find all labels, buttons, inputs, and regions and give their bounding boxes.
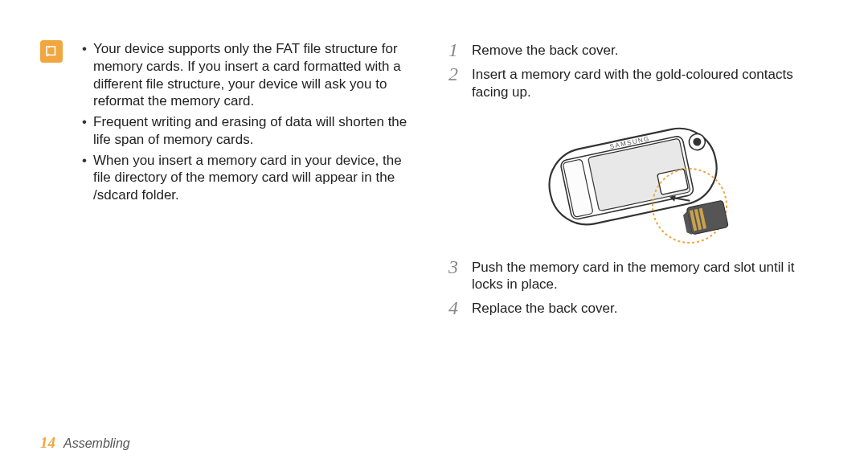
note-item: When you insert a memory card in your de… [82, 152, 422, 204]
note-item: Your device supports only the FAT file s… [82, 40, 422, 110]
steps-list: 1 Remove the back cover. 2 Insert a memo… [446, 40, 828, 101]
step-3: 3 Push the memory card in the memory car… [446, 257, 828, 294]
page-footer: 14 Assembling [40, 434, 130, 452]
note-icon [40, 40, 63, 63]
left-column: Your device supports only the FAT file s… [40, 40, 422, 317]
step-text: Insert a memory card with the gold-colou… [472, 64, 828, 101]
step-number: 4 [446, 298, 461, 317]
steps-list-cont: 3 Push the memory card in the memory car… [446, 257, 828, 318]
step-text: Remove the back cover. [472, 40, 618, 59]
step-number: 2 [446, 64, 461, 84]
note-block: Your device supports only the FAT file s… [40, 40, 422, 207]
page-number: 14 [40, 434, 55, 452]
step-1: 1 Remove the back cover. [446, 40, 828, 59]
step-text: Replace the back cover. [472, 298, 617, 317]
note-list: Your device supports only the FAT file s… [72, 40, 422, 207]
step-2: 2 Insert a memory card with the gold-col… [446, 64, 828, 101]
step-4: 4 Replace the back cover. [446, 298, 828, 317]
step-number: 1 [446, 40, 461, 59]
step-text: Push the memory card in the memory card … [472, 257, 828, 294]
page-content: Your device supports only the FAT file s… [0, 0, 868, 317]
step-number: 3 [446, 257, 461, 276]
phone-diagram: SAMSUNG [521, 109, 754, 246]
note-item: Frequent writing and erasing of data wil… [82, 113, 422, 149]
section-title: Assembling [63, 436, 130, 451]
illustration: SAMSUNG [446, 109, 828, 246]
right-column: 1 Remove the back cover. 2 Insert a memo… [446, 40, 828, 317]
